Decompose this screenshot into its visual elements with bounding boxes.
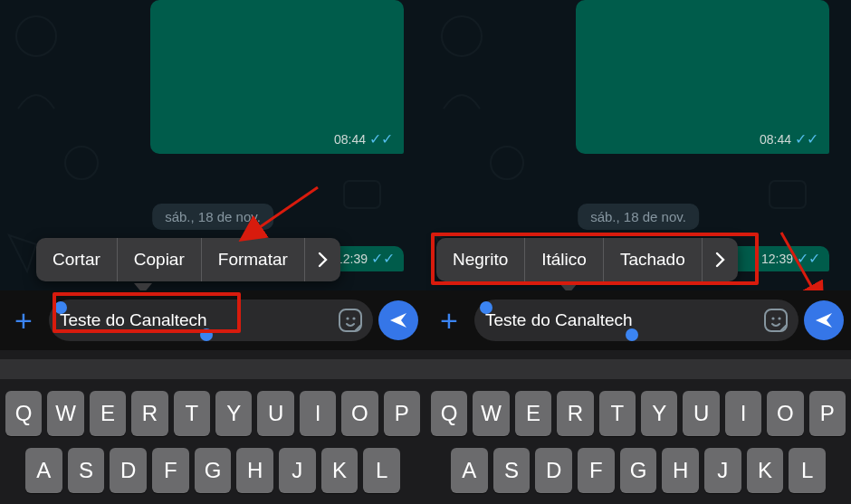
svg-rect-2 <box>344 181 380 208</box>
context-menu-cut[interactable]: Cortar <box>36 238 118 281</box>
key-a[interactable]: A <box>451 448 488 493</box>
key-w[interactable]: W <box>47 391 83 436</box>
send-button[interactable] <box>378 300 418 340</box>
svg-point-12 <box>771 317 774 319</box>
format-menu-more[interactable] <box>703 238 738 281</box>
read-ticks-icon: ✓✓ <box>797 252 820 266</box>
message-time-text: 12:39 <box>761 252 793 266</box>
date-separator: sáb., 18 de nov. <box>578 204 699 230</box>
key-p[interactable]: P <box>809 391 846 436</box>
keyboard-suggestions-bar[interactable] <box>426 359 851 379</box>
read-ticks-icon: ✓✓ <box>795 132 818 147</box>
message-time-text: 08:44 <box>760 132 791 147</box>
svg-point-0 <box>16 16 56 56</box>
key-d[interactable]: D <box>535 448 572 493</box>
selection-handle-start[interactable] <box>54 301 67 314</box>
key-q[interactable]: Q <box>5 391 42 436</box>
send-icon <box>814 310 834 330</box>
svg-rect-9 <box>770 181 806 208</box>
text-format-menu: Negrito Itálico Tachado <box>436 238 738 281</box>
svg-point-1 <box>65 147 98 179</box>
key-u[interactable]: U <box>257 391 293 436</box>
context-menu-pointer <box>559 283 578 290</box>
chat-input-bar: + Teste do Canaltech <box>0 290 426 350</box>
svg-point-13 <box>778 317 780 319</box>
key-d[interactable]: D <box>110 448 147 493</box>
keyboard-row-1: Q W E R T Y U I O P <box>426 391 851 436</box>
message-time-text: 12:39 <box>336 252 368 266</box>
key-g[interactable]: G <box>620 448 657 493</box>
send-button[interactable] <box>804 300 844 340</box>
attach-button[interactable]: + <box>4 300 43 340</box>
key-h[interactable]: H <box>236 448 273 493</box>
format-menu-italic[interactable]: Itálico <box>525 238 604 281</box>
chevron-right-icon <box>318 252 328 268</box>
format-menu-strikethrough[interactable]: Tachado <box>604 238 703 281</box>
read-ticks-icon: ✓✓ <box>369 132 393 147</box>
key-t[interactable]: T <box>174 391 210 436</box>
key-i[interactable]: I <box>725 391 761 436</box>
key-k[interactable]: K <box>321 448 359 493</box>
key-a[interactable]: A <box>25 448 62 493</box>
key-l[interactable]: L <box>789 448 826 493</box>
selection-handle-start[interactable] <box>480 301 492 314</box>
keyboard: Q W E R T Y U I O P A S D F G H J K L <box>0 350 426 504</box>
key-o[interactable]: O <box>767 391 803 436</box>
sticker-button[interactable] <box>762 307 789 334</box>
selection-handle-end[interactable] <box>200 328 213 341</box>
key-t[interactable]: T <box>599 391 636 436</box>
date-separator: sáb., 18 de nov. <box>152 204 273 230</box>
key-l[interactable]: L <box>363 448 400 493</box>
key-g[interactable]: G <box>195 448 232 493</box>
key-f[interactable]: F <box>152 448 189 493</box>
message-input-text: Teste do Canaltech <box>60 310 207 330</box>
key-j[interactable]: J <box>704 448 741 493</box>
key-u[interactable]: U <box>683 391 719 436</box>
sent-message-bubble[interactable]: 08:44 ✓✓ <box>576 0 829 154</box>
key-w[interactable]: W <box>473 391 509 436</box>
chevron-right-icon <box>715 252 725 268</box>
format-menu-bold[interactable]: Negrito <box>436 238 525 281</box>
key-h[interactable]: H <box>662 448 699 493</box>
sticker-button[interactable] <box>337 307 364 334</box>
key-j[interactable]: J <box>279 448 316 493</box>
key-s[interactable]: S <box>68 448 105 493</box>
text-context-menu: Cortar Copiar Formatar <box>36 238 340 281</box>
context-menu-copy[interactable]: Copiar <box>118 238 202 281</box>
key-f[interactable]: F <box>578 448 615 493</box>
key-r[interactable]: R <box>131 391 167 436</box>
key-e[interactable]: E <box>90 391 126 436</box>
chat-area: 08:44 ✓✓ sáb., 18 de nov. 12:39 ✓✓ Corta… <box>0 0 426 290</box>
message-input[interactable]: Teste do Canaltech <box>474 300 798 341</box>
sent-message-bubble[interactable]: 08:44 ✓✓ <box>150 0 404 154</box>
key-q[interactable]: Q <box>431 391 467 436</box>
chat-area: 08:44 ✓✓ sáb., 18 de nov. 12:39 ✓✓ Negri… <box>426 0 851 290</box>
keyboard-suggestions-bar[interactable] <box>0 359 426 379</box>
sticker-icon <box>337 307 364 334</box>
keyboard-row-2: A S D F G H J K L <box>0 448 426 493</box>
context-menu-more[interactable] <box>305 238 340 281</box>
key-o[interactable]: O <box>341 391 378 436</box>
key-p[interactable]: P <box>384 391 420 436</box>
message-input[interactable]: Teste do Canaltech <box>49 300 373 341</box>
chat-input-bar: + Teste do Canaltech <box>426 290 851 350</box>
message-time: 08:44 ✓✓ <box>334 132 393 147</box>
key-i[interactable]: I <box>300 391 336 436</box>
keyboard: Q W E R T Y U I O P A S D F G H J K L <box>426 350 851 504</box>
key-r[interactable]: R <box>557 391 593 436</box>
key-e[interactable]: E <box>515 391 551 436</box>
svg-point-6 <box>352 317 355 319</box>
message-time: 08:44 ✓✓ <box>760 132 818 147</box>
key-y[interactable]: Y <box>215 391 252 436</box>
left-panel: 08:44 ✓✓ sáb., 18 de nov. 12:39 ✓✓ Corta… <box>0 0 426 504</box>
attach-button[interactable]: + <box>429 300 469 340</box>
context-menu-format[interactable]: Formatar <box>202 238 305 281</box>
keyboard-row-2: A S D F G H J K L <box>426 448 851 493</box>
svg-point-7 <box>442 16 482 56</box>
send-icon <box>388 310 408 330</box>
key-k[interactable]: K <box>747 448 784 493</box>
key-s[interactable]: S <box>493 448 531 493</box>
selection-handle-end[interactable] <box>626 328 638 341</box>
key-y[interactable]: Y <box>641 391 677 436</box>
message-input-text: Teste do Canaltech <box>485 310 633 330</box>
